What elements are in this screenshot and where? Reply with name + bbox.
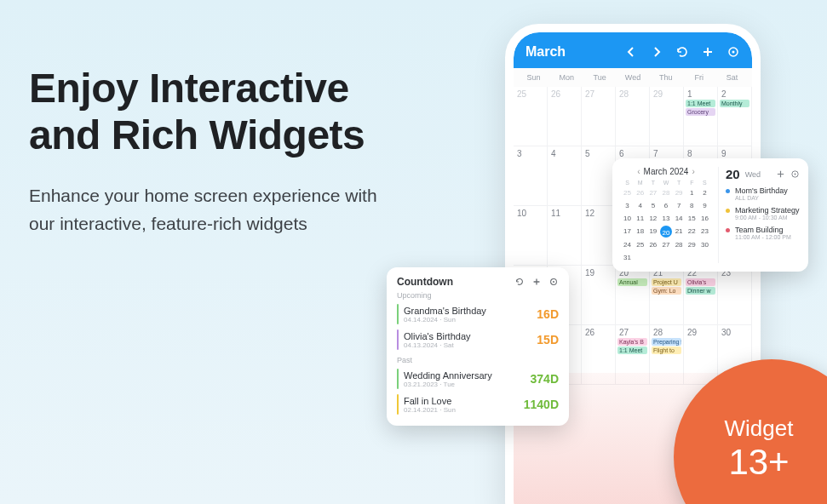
calendar-cell[interactable]: 21Project UGym: Lo — [650, 266, 684, 325]
calendar-cell[interactable]: 26 — [548, 87, 582, 146]
mini-event-item[interactable]: Mom's BirthdayALL DAY — [726, 186, 800, 201]
countdown-date: 03.21.2023 · Tue — [404, 381, 531, 388]
mini-day-cell[interactable]: 18 — [634, 226, 646, 238]
mini-day-cell[interactable]: 11 — [634, 213, 646, 224]
calendar-cell[interactable]: 28Preparing for a birthday parFlight to — [650, 325, 684, 385]
settings-icon[interactable] — [790, 169, 800, 179]
refresh-icon[interactable] — [675, 45, 689, 59]
calendar-cell[interactable]: 28 — [616, 87, 650, 146]
mini-day-cell[interactable]: 20 — [660, 226, 672, 238]
mini-day-cell[interactable]: 10 — [621, 213, 634, 224]
mini-day-cell[interactable]: 6 — [659, 200, 672, 211]
calendar-event[interactable]: Grocery — [686, 108, 715, 116]
calendar-cell[interactable]: 27Kayla's B1:1 Meet — [616, 325, 650, 385]
mini-day-cell[interactable]: 28 — [659, 187, 672, 198]
mini-day-cell[interactable]: 13 — [659, 213, 672, 224]
calendar-cell[interactable]: 29 — [650, 87, 684, 146]
settings-icon[interactable] — [726, 45, 740, 59]
mini-day-cell[interactable]: 1 — [686, 187, 698, 198]
mini-day-cell[interactable]: 26 — [646, 239, 659, 250]
calendar-cell[interactable]: 29 — [684, 325, 718, 385]
countdown-item[interactable]: Olivia's Birthday04.13.2024 · Sat15D — [397, 327, 559, 352]
calendar-cell[interactable]: 2Monthly — [718, 87, 752, 146]
mini-day-cell[interactable]: 26 — [634, 187, 646, 198]
calendar-cell[interactable]: 3 — [514, 146, 548, 206]
mini-day-cell[interactable]: 23 — [698, 226, 711, 238]
mini-day-cell[interactable]: 5 — [646, 200, 659, 211]
calendar-event[interactable]: Monthly — [720, 100, 749, 107]
mini-day-cell[interactable]: 4 — [634, 200, 646, 211]
refresh-icon[interactable] — [514, 277, 525, 287]
add-icon[interactable] — [531, 277, 542, 287]
mini-day-cell[interactable]: 7 — [673, 200, 686, 211]
calendar-cell[interactable]: 27 — [582, 87, 616, 146]
calendar-header: March — [514, 32, 752, 68]
countdown-item[interactable]: Wedding Anniversary03.21.2023 · Tue374D — [397, 366, 559, 392]
calendar-cell[interactable]: 4 — [548, 146, 582, 206]
mini-grid[interactable]: 2526272829123456789101112131415161718192… — [621, 187, 711, 263]
mini-day-cell[interactable]: 22 — [686, 226, 698, 238]
calendar-cell[interactable]: 22Olivia'sDinner w — [684, 266, 718, 325]
mini-day-cell[interactable]: 29 — [673, 187, 686, 198]
mini-day-cell[interactable]: 17 — [621, 226, 634, 238]
countdown-name: Olivia's Birthday — [404, 331, 537, 341]
calendar-event[interactable]: Olivia's — [686, 278, 715, 286]
calendar-event[interactable]: Flight to — [652, 346, 681, 354]
mini-day-cell[interactable]: 24 — [621, 239, 634, 250]
calendar-cell[interactable]: 19 — [582, 266, 616, 325]
mini-day-cell[interactable]: 28 — [673, 239, 686, 250]
mini-day-cell[interactable]: 31 — [621, 252, 634, 263]
calendar-event[interactable]: 1:1 Meet — [617, 346, 647, 354]
prev-month-icon[interactable] — [624, 45, 638, 59]
mini-day-cell[interactable]: 2 — [698, 187, 711, 198]
dow-label: Wed — [617, 73, 650, 82]
mini-day-cell[interactable]: 29 — [686, 239, 698, 250]
next-month-icon[interactable] — [650, 45, 663, 59]
calendar-event[interactable]: Gym: Lo — [652, 287, 681, 295]
mini-day-cell[interactable]: 14 — [673, 213, 686, 224]
mini-event-item[interactable]: Team Building11:00 AM - 12:00 PM — [726, 226, 800, 240]
calendar-event[interactable]: Preparing for a birthday par — [652, 338, 681, 346]
mini-day-cell[interactable]: 12 — [646, 213, 659, 224]
mini-next-icon[interactable]: › — [692, 167, 694, 176]
countdown-days: 1140D — [524, 398, 559, 411]
mini-prev-icon[interactable]: ‹ — [637, 167, 640, 176]
mini-day-cell[interactable]: 27 — [646, 187, 659, 198]
mini-day-cell[interactable]: 27 — [659, 239, 672, 250]
settings-icon[interactable] — [548, 277, 559, 287]
calendar-cell[interactable]: 23 — [718, 266, 752, 325]
calendar-cell[interactable]: 12 — [582, 206, 616, 266]
day-number: 19 — [583, 268, 613, 278]
dow-label: Mon — [550, 73, 583, 82]
mini-day-cell[interactable]: 25 — [634, 239, 646, 250]
mini-dow-label: S — [621, 180, 634, 186]
calendar-cell[interactable]: 26 — [582, 325, 616, 385]
calendar-cell[interactable]: 10 — [514, 206, 548, 266]
calendar-cell[interactable]: 20Annual — [616, 266, 650, 325]
mini-day-cell[interactable]: 19 — [646, 226, 659, 238]
calendar-cell[interactable]: 11:1 MeetGrocery — [684, 87, 718, 146]
countdown-item[interactable]: Grandma's Birthday04.14.2024 · Sun16D — [397, 301, 559, 327]
calendar-cell[interactable]: 11 — [548, 206, 582, 266]
mini-day-cell[interactable]: 25 — [621, 187, 634, 198]
mini-event-item[interactable]: Marketing Strategy9:00 AM - 10:30 AM — [726, 206, 800, 220]
mini-day-cell[interactable]: 3 — [621, 200, 634, 211]
add-icon[interactable] — [776, 169, 785, 179]
countdown-item[interactable]: Fall in Love02.14.2021 · Sun1140D — [397, 392, 559, 417]
mini-dow-label: F — [686, 180, 698, 186]
calendar-cell[interactable]: 25 — [514, 87, 548, 146]
calendar-cell[interactable]: 5 — [582, 146, 616, 206]
calendar-event[interactable]: Dinner w — [686, 287, 715, 295]
add-icon[interactable] — [701, 45, 715, 59]
calendar-month: March — [525, 44, 612, 60]
mini-day-cell[interactable]: 9 — [698, 200, 711, 211]
calendar-event[interactable]: Annual — [617, 278, 647, 286]
mini-day-cell[interactable]: 16 — [698, 213, 711, 224]
calendar-event[interactable]: Kayla's B — [617, 338, 647, 346]
calendar-event[interactable]: Project U — [652, 278, 681, 286]
mini-day-cell[interactable]: 15 — [686, 213, 698, 224]
mini-day-cell[interactable]: 8 — [686, 200, 698, 211]
calendar-event[interactable]: 1:1 Meet — [686, 100, 715, 107]
mini-day-cell[interactable]: 21 — [673, 226, 686, 238]
mini-day-cell[interactable]: 30 — [698, 239, 711, 250]
